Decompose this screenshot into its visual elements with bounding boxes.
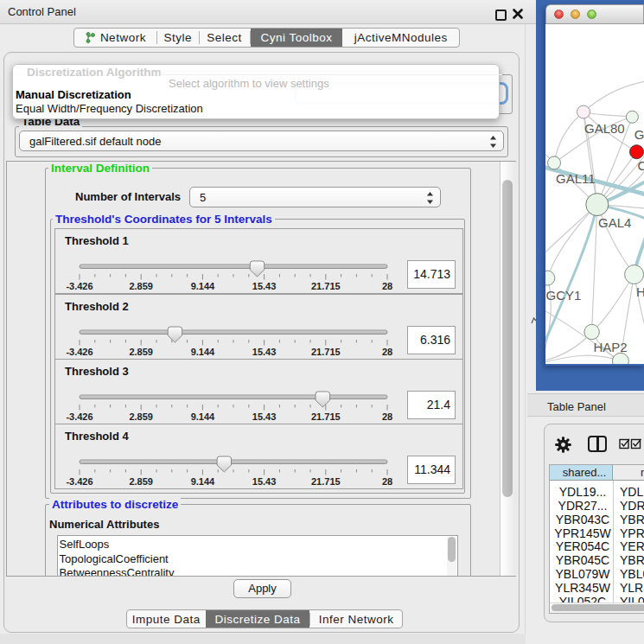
svg-text:28: 28 — [382, 476, 392, 487]
svg-text:28: 28 — [382, 281, 392, 291]
svg-text:15.43: 15.43 — [252, 281, 277, 291]
svg-text:GAL80: GAL80 — [584, 121, 625, 136]
svg-text:15.43: 15.43 — [252, 347, 277, 357]
svg-text:-3.426: -3.426 — [66, 347, 92, 357]
svg-text:28: 28 — [382, 347, 392, 357]
svg-text:H: H — [636, 284, 644, 299]
svg-text:21.715: 21.715 — [311, 281, 341, 291]
svg-text:HAP2: HAP2 — [594, 340, 628, 354]
svg-text:-3.426: -3.426 — [66, 411, 92, 422]
svg-text:21.715: 21.715 — [311, 411, 341, 422]
svg-text:2.859: 2.859 — [129, 281, 153, 291]
svg-text:2.859: 2.859 — [129, 347, 153, 357]
svg-text:15.43: 15.43 — [252, 411, 277, 422]
svg-text:GAL11: GAL11 — [556, 171, 596, 186]
svg-text:9.144: 9.144 — [191, 347, 215, 357]
svg-text:9.144: 9.144 — [191, 281, 215, 291]
svg-text:2.859: 2.859 — [129, 411, 153, 422]
svg-text:9.144: 9.144 — [191, 411, 215, 422]
svg-text:-3.426: -3.426 — [66, 476, 92, 487]
svg-text:2.859: 2.859 — [129, 476, 153, 487]
svg-text:G.: G. — [634, 127, 644, 142]
svg-text:-3.426: -3.426 — [66, 281, 92, 291]
svg-text:C: C — [638, 158, 644, 173]
svg-text:15.43: 15.43 — [252, 476, 277, 487]
svg-text:9.144: 9.144 — [191, 476, 215, 487]
svg-text:GCY1: GCY1 — [546, 288, 582, 303]
svg-text:21.715: 21.715 — [311, 347, 341, 357]
svg-text:28: 28 — [382, 411, 392, 422]
svg-text:21.715: 21.715 — [311, 476, 341, 487]
svg-text:GAL4: GAL4 — [598, 215, 631, 230]
